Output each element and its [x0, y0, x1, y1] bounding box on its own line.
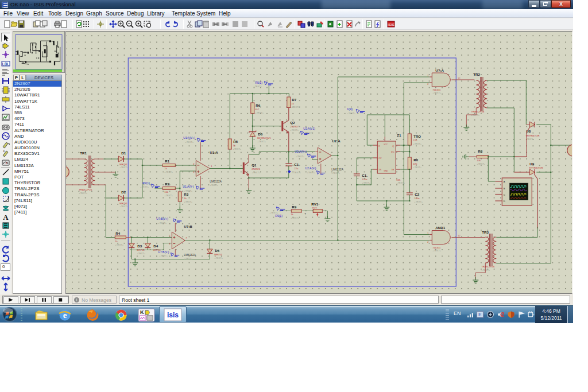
svg-text:+TEXT+: +TEXT+ — [307, 171, 316, 174]
svg-text:I: I — [3, 149, 5, 153]
svg-text:R: R — [378, 145, 380, 148]
svg-text:ISIS: ISIS — [388, 23, 394, 26]
svg-text:C: C — [504, 193, 505, 196]
svg-text:POT: POT — [312, 207, 317, 209]
svg-text:D1: D1 — [121, 151, 126, 155]
svg-text:TRAN-2P2S: TRAN-2P2S — [79, 188, 92, 191]
svg-text:R0: R0 — [413, 158, 418, 162]
svg-text:+TEXT+: +TEXT+ — [184, 200, 193, 203]
svg-text:R5(1): R5(1) — [255, 81, 262, 84]
svg-text:R1: R1 — [165, 159, 169, 163]
svg-text:C1.: C1. — [362, 173, 368, 177]
svg-text:+TEXT+: +TEXT+ — [184, 257, 193, 260]
svg-text:U7:B(V+): U7:B(V+) — [156, 217, 168, 220]
svg-text:10k: 10k — [164, 191, 169, 193]
svg-text:R9: R9 — [292, 205, 296, 209]
svg-text:220: 220 — [413, 162, 417, 165]
svg-text:100n: 100n — [414, 197, 420, 200]
svg-text:TH: TH — [391, 169, 394, 171]
svg-text:D4: D4 — [153, 244, 158, 248]
svg-text:AND1: AND1 — [435, 226, 445, 230]
svg-text:2N2907: 2N2907 — [290, 125, 299, 128]
svg-text:C1: C1 — [294, 162, 299, 166]
svg-text:+TEXT+: +TEXT+ — [257, 140, 266, 143]
svg-text:U2:A(V+): U2:A(V+) — [295, 150, 307, 153]
svg-text:+TEXT+: +TEXT+ — [115, 243, 124, 246]
svg-text:1: 1 — [427, 232, 428, 235]
svg-text:B: B — [504, 187, 505, 190]
svg-text:+TEXT+: +TEXT+ — [290, 129, 299, 131]
svg-text:+TEXT+: +TEXT+ — [296, 155, 305, 158]
svg-text:Q: Q — [392, 145, 394, 148]
svg-text:TR3: TR3 — [482, 230, 489, 234]
svg-text:+TEXT+: +TEXT+ — [233, 148, 242, 150]
svg-text:TR2: TR2 — [473, 72, 480, 76]
svg-text:+TEXT+: +TEXT+ — [79, 192, 88, 195]
svg-text:+TEXT+: +TEXT+ — [164, 194, 173, 197]
svg-text:R2: R2 — [165, 182, 169, 186]
svg-text:A: A — [504, 180, 505, 183]
svg-text:A: A — [3, 213, 9, 222]
svg-text:+TEXT+: +TEXT+ — [471, 114, 480, 117]
svg-text:TR1: TR1 — [80, 151, 87, 155]
svg-text:U1:A: U1:A — [210, 150, 218, 154]
svg-text:U7:B(V-): U7:B(V-) — [158, 250, 169, 254]
svg-text:R3: R3 — [184, 192, 188, 196]
svg-text:+TEXT+: +TEXT+ — [291, 216, 300, 219]
svg-text:+TEXT+: +TEXT+ — [255, 111, 264, 114]
svg-text:U1:A(V+): U1:A(V+) — [183, 136, 195, 139]
svg-text:R4: R4 — [115, 231, 120, 235]
svg-text:+TEXT+: +TEXT+ — [331, 172, 341, 174]
svg-text:+TEXT+: +TEXT+ — [185, 141, 194, 143]
svg-text:+TEXT+: +TEXT+ — [137, 252, 146, 255]
svg-text:+TEXT+: +TEXT+ — [432, 249, 442, 252]
svg-text:U9: U9 — [529, 162, 534, 166]
svg-text:+TEXT+: +TEXT+ — [184, 189, 193, 192]
svg-text:R5: R5 — [233, 139, 238, 143]
svg-text:U2:A: U2:A — [332, 139, 341, 143]
svg-text:+TEXT+: +TEXT+ — [140, 185, 149, 188]
svg-text:U1:A(V-): U1:A(V-) — [183, 185, 194, 188]
svg-text:TRAN-2P2S: TRAN-2P2S — [481, 265, 494, 268]
svg-text:isis: isis — [167, 311, 179, 319]
svg-text:D3: D3 — [137, 244, 142, 248]
svg-text:Q1: Q1 — [252, 163, 257, 167]
svg-text:THYRISTOR: THYRISTOR — [529, 166, 543, 169]
svg-text:CV: CV — [378, 157, 382, 160]
svg-text:LM6132A: LM6132A — [184, 254, 196, 257]
svg-text:+TEXT+: +TEXT+ — [347, 112, 356, 115]
svg-text:E: E — [478, 312, 482, 317]
svg-text:GND: GND — [384, 170, 388, 172]
svg-text:TRO: TRO — [413, 135, 421, 138]
svg-text:+TEXT+: +TEXT+ — [210, 184, 219, 187]
svg-text:MR751: MR751 — [119, 202, 127, 205]
svg-text:D6: D6 — [258, 132, 262, 136]
svg-text:RV1: RV1 — [311, 202, 318, 206]
svg-text:R2(1): R2(1) — [142, 181, 150, 185]
svg-text:U2:A(V-): U2:A(V-) — [305, 166, 316, 170]
svg-text:+TEXT+: +TEXT+ — [292, 171, 301, 174]
svg-text:DC: DC — [391, 151, 394, 153]
svg-text:+TEXT+: +TEXT+ — [396, 181, 405, 184]
svg-text:K: K — [140, 309, 144, 315]
svg-text:12: 12 — [458, 235, 460, 237]
svg-text:R9(1): R9(1) — [275, 214, 283, 218]
svg-text:TRAN-2P3S: TRAN-2P3S — [471, 110, 484, 113]
svg-text:+TEXT+: +TEXT+ — [119, 205, 129, 208]
svg-text:+TEXT+: +TEXT+ — [159, 254, 168, 257]
svg-text:BZX85C5V1: BZX85C5V1 — [257, 137, 271, 139]
svg-text:+: + — [304, 212, 306, 215]
svg-text:C2: C2 — [415, 192, 419, 196]
svg-text:+TEXT+: +TEXT+ — [413, 142, 422, 145]
svg-text:220: 220 — [413, 139, 417, 142]
svg-text:D2: D2 — [121, 190, 126, 194]
svg-text:+TEXT+: +TEXT+ — [214, 257, 223, 259]
svg-text:22u: 22u — [294, 167, 299, 170]
svg-text:THYRISTOR: THYRISTOR — [525, 134, 539, 137]
svg-text:+TEXT+: +TEXT+ — [362, 181, 371, 184]
svg-text:VCC: VCC — [384, 143, 388, 146]
svg-text:R6: R6 — [256, 103, 260, 107]
svg-text:R8: R8 — [478, 149, 482, 153]
svg-text:R7: R7 — [292, 98, 296, 102]
svg-text:Z1: Z1 — [397, 133, 401, 137]
